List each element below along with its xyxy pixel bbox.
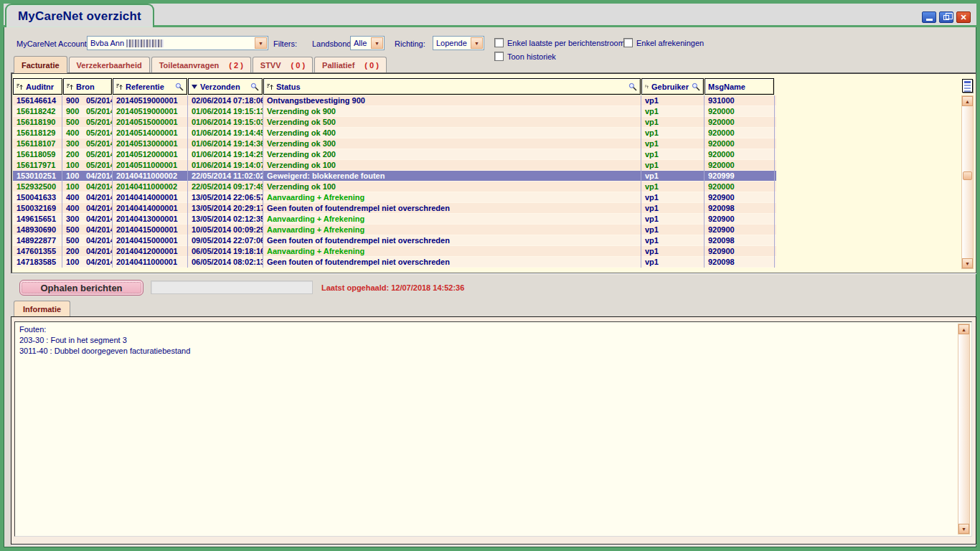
cell-msgname: 920900 [705, 192, 775, 203]
cell-gebruiker: vp1 [641, 95, 705, 106]
table-row[interactable]: 15003216940004/20142014041400000113/05/2… [13, 203, 776, 214]
account-select[interactable]: Bvba Ann ▼ [87, 36, 268, 50]
minimize-button[interactable] [922, 11, 936, 23]
tab-stvv[interactable]: STVV( 0 ) [253, 57, 313, 73]
landsbond-dropdown-icon[interactable]: ▼ [371, 37, 383, 49]
richting-value: Lopende [436, 39, 467, 47]
fetch-messages-button[interactable]: Ophalen berichten [19, 280, 143, 296]
table-row[interactable]: 15614661490005/20142014051900000102/06/2… [13, 95, 776, 106]
scroll-down-icon[interactable]: ▼ [962, 258, 973, 268]
column-header-referentie[interactable]: Referentie [113, 78, 187, 95]
cell-referentie: 20140415000001 [113, 225, 188, 235]
checkbox-enkel-afrekeningen[interactable]: Enkel afrekeningen [623, 38, 704, 47]
column-header-bron[interactable]: Bron [63, 78, 112, 95]
cell-bron: 50004/2014 [62, 235, 113, 246]
cell-bron: 10004/2014 [62, 171, 113, 182]
column-header-auditnr[interactable]: Auditnr [13, 78, 62, 95]
checkbox-icon[interactable] [494, 52, 504, 61]
scroll-up-icon[interactable]: ▲ [962, 96, 973, 106]
cell-msgname: 920098 [705, 235, 775, 246]
scroll-down-icon[interactable]: ▼ [958, 524, 969, 534]
table-row[interactable]: 14718358510004/20142014041100000106/05/2… [13, 257, 776, 268]
table-row[interactable]: 15611797110005/20142014051100000101/06/2… [13, 160, 776, 171]
checkbox-label: Enkel laatste per berichtenstroom [507, 39, 625, 47]
titlebar: MyCareNet overzicht ✕ [4, 4, 976, 27]
cell-gebruiker: vp1 [641, 192, 705, 203]
cell-verzonden: 01/06/2014 19:15:13 [188, 106, 263, 117]
restore-button[interactable] [939, 11, 953, 23]
cell-status: Verzending ok 400 [263, 128, 641, 138]
landsbond-select[interactable]: Alle ▼ [350, 36, 385, 50]
scroll-up-icon[interactable]: ▲ [958, 324, 969, 334]
table-row[interactable]: 15293250010004/20142014041100000222/05/2… [13, 182, 776, 192]
column-chooser-icon[interactable] [962, 79, 973, 93]
cell-msgname: 931000 [705, 95, 775, 106]
column-header-status[interactable]: Status [263, 78, 641, 95]
table-row[interactable]: 15611805920005/20142014051200000101/06/2… [13, 149, 776, 160]
cell-status: Aanvaarding + Afrekening [263, 214, 641, 225]
cell-referentie: 20140415000001 [113, 235, 188, 246]
tab-label: Informatie [23, 305, 61, 314]
sort-icon [116, 83, 123, 90]
cell-gebruiker: vp1 [641, 203, 705, 214]
tab-palliatief[interactable]: Palliatief( 0 ) [314, 57, 387, 73]
tab-informatie[interactable]: Informatie [14, 301, 70, 316]
search-icon[interactable] [692, 83, 700, 91]
checkbox-toon-historiek[interactable]: Toon historiek [494, 52, 556, 61]
table-vertical-scrollbar[interactable]: ▲ ▼ [961, 95, 974, 269]
checkbox-label: Toon historiek [507, 52, 556, 61]
landsbond-value: Alle [354, 39, 367, 47]
checkbox-enkel-laatste[interactable]: Enkel laatste per berichtenstroom [494, 38, 625, 47]
table-row[interactable]: 14760135520004/20142014041200000106/05/2… [13, 246, 776, 257]
column-label: Gebruiker [651, 83, 689, 91]
cell-referentie: 20140414000001 [113, 192, 188, 203]
tab-verzekerbaarheid[interactable]: Verzekerbaarheid [69, 57, 150, 73]
tab-toiletaanvragen[interactable]: Toiletaanvragen( 2 ) [151, 57, 251, 73]
search-icon[interactable] [175, 83, 184, 91]
cell-gebruiker: vp1 [641, 138, 705, 149]
information-textarea[interactable]: Fouten: 203-30 : Fout in het segment 3 3… [14, 321, 972, 537]
scrollbar-thumb[interactable] [963, 171, 972, 180]
table-row[interactable]: 15301025110004/20142014041100000222/05/2… [13, 171, 776, 182]
table-row[interactable]: 14892287750004/20142014041500000109/05/2… [13, 235, 776, 246]
cell-bron: 20005/2014 [62, 149, 113, 160]
account-dropdown-icon[interactable]: ▼ [255, 37, 267, 49]
cell-gebruiker: vp1 [641, 160, 705, 171]
table-row[interactable]: 15611824290005/20142014051900000101/06/2… [13, 106, 776, 117]
column-header-msgname[interactable]: MsgName [705, 78, 774, 95]
table-row[interactable]: 14893069050004/20142014041500000110/05/2… [13, 225, 776, 235]
cell-msgname: 920000 [705, 128, 775, 138]
column-header-verzonden[interactable]: Verzonden [188, 78, 263, 95]
richting-select[interactable]: Lopende ▼ [433, 36, 484, 50]
tab-label: Toiletaanvragen [159, 61, 220, 70]
info-vertical-scrollbar[interactable]: ▲ ▼ [958, 324, 970, 534]
cell-bron: 10004/2014 [62, 182, 113, 192]
tab-facturatie[interactable]: Facturatie [14, 56, 67, 73]
search-icon[interactable] [628, 83, 637, 91]
table-row[interactable]: 15611819050005/20142014051500000101/06/2… [13, 117, 776, 128]
cell-gebruiker: vp1 [641, 257, 705, 268]
info-line: Fouten: [19, 324, 967, 335]
cell-referentie: 20140519000001 [113, 106, 188, 117]
table-row[interactable]: 14961565130004/20142014041300000113/05/2… [13, 214, 776, 225]
cell-status: Geweigerd: blokkerende fouten [263, 171, 641, 182]
column-header-gebruiker[interactable]: Gebruiker [641, 78, 704, 95]
checkbox-icon[interactable] [494, 38, 504, 47]
checkbox-icon[interactable] [623, 38, 633, 47]
cell-verzonden: 01/06/2014 19:14:07 [188, 160, 263, 171]
close-button[interactable]: ✕ [956, 11, 971, 23]
search-icon[interactable] [250, 83, 259, 91]
table-row[interactable]: 15611812940005/20142014051400000101/06/2… [13, 128, 776, 138]
window-controls: ✕ [922, 11, 971, 23]
cell-bron: 40004/2014 [62, 192, 113, 203]
cell-bron: 10004/2014 [62, 257, 113, 268]
window-title: MyCareNet overzicht [18, 9, 141, 24]
column-label: MsgName [708, 83, 745, 91]
cell-referentie: 20140411000002 [113, 171, 188, 182]
cell-status: Aanvaarding + Afrekening [263, 192, 641, 203]
chooser-line [964, 88, 971, 89]
table-row[interactable]: 15004163340004/20142014041400000113/05/2… [13, 192, 776, 203]
cell-status: Aanvaarding + Afrekening [263, 225, 641, 235]
richting-dropdown-icon[interactable]: ▼ [471, 37, 483, 49]
table-row[interactable]: 15611810730005/20142014051300000101/06/2… [13, 138, 776, 149]
